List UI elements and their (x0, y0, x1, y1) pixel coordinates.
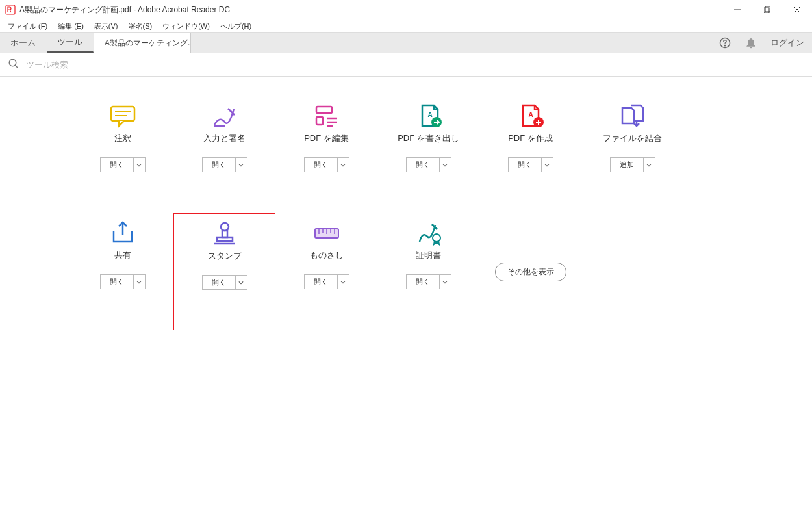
tool-label: スタンプ (208, 250, 242, 263)
tool-combine-dropdown[interactable] (644, 157, 655, 172)
svg-line-9 (15, 65, 18, 68)
svg-point-25 (221, 223, 229, 231)
cert-icon (413, 220, 444, 246)
tool-create-open-button[interactable]: 開く (508, 157, 542, 172)
tool-editpdf-open-button[interactable]: 開く (304, 157, 338, 172)
tool-label: PDF を書き出し (398, 133, 459, 146)
measure-icon (311, 220, 342, 246)
comment-icon (107, 103, 138, 129)
svg-rect-2 (764, 8, 769, 13)
tool-label: ものさし (310, 250, 344, 263)
menu-file[interactable]: ファイル (F) (3, 21, 53, 31)
tool-cert-dropdown[interactable] (440, 274, 451, 289)
maximize-button[interactable] (752, 0, 782, 20)
tool-export-dropdown[interactable] (440, 157, 451, 172)
tool-export-open-button[interactable]: 開く (406, 157, 440, 172)
tools-panel: 注釈開く入力と署名開くPDF を編集開くAPDF を書き出し開くAPDF を作成… (0, 77, 812, 350)
combine-icon (617, 103, 648, 129)
search-bar (0, 53, 812, 77)
tool-label: 注釈 (114, 133, 131, 146)
tool-share-open-button[interactable]: 開く (100, 274, 134, 289)
tool-stamp[interactable]: スタンプ開く (173, 213, 275, 330)
help-icon[interactable] (718, 36, 731, 49)
svg-rect-14 (316, 107, 332, 113)
svg-point-7 (724, 46, 725, 46)
tab-bar: ホーム ツール A製品のマーケティング... ログイン (0, 32, 812, 53)
minimize-button[interactable] (722, 0, 752, 20)
tool-label: 入力と署名 (203, 133, 246, 146)
tool-comment-open-button[interactable]: 開く (100, 157, 134, 172)
search-icon (8, 58, 26, 72)
bell-icon[interactable] (744, 36, 757, 49)
editpdf-icon (311, 103, 342, 129)
window-title: A製品のマーケティング計画.pdf - Adobe Acrobat Reader… (19, 5, 230, 16)
svg-rect-26 (222, 231, 227, 237)
svg-point-8 (9, 59, 16, 66)
stamp-icon (209, 220, 240, 246)
tool-editpdf[interactable]: PDF を編集開く (275, 96, 377, 213)
svg-rect-10 (111, 107, 134, 121)
fillsign-icon (209, 103, 240, 129)
tool-stamp-dropdown[interactable] (236, 275, 247, 290)
search-input[interactable] (26, 60, 221, 70)
title-bar: A製品のマーケティング計画.pdf - Adobe Acrobat Reader… (0, 0, 812, 20)
tool-label: 共有 (114, 250, 131, 263)
close-button[interactable] (782, 0, 812, 20)
tool-label: PDF を作成 (508, 133, 553, 146)
tool-cert-open-button[interactable]: 開く (406, 274, 440, 289)
login-link[interactable]: ログイン (770, 37, 804, 49)
svg-rect-3 (765, 6, 770, 12)
svg-text:A: A (528, 111, 533, 118)
tool-measure[interactable]: ものさし開く (275, 213, 377, 330)
tool-measure-dropdown[interactable] (338, 274, 349, 289)
tool-share-dropdown[interactable] (134, 274, 146, 289)
tool-create[interactable]: APDF を作成開く (479, 96, 581, 213)
svg-rect-27 (217, 237, 233, 241)
menu-sign[interactable]: 署名(S) (123, 21, 158, 31)
svg-rect-15 (316, 117, 323, 125)
menu-window[interactable]: ウィンドウ(W) (157, 21, 215, 31)
app-icon (5, 5, 16, 15)
tab-document[interactable]: A製品のマーケティング... (94, 33, 191, 53)
tool-comment[interactable]: 注釈開く (71, 96, 173, 213)
tool-cert[interactable]: 証明書開く (377, 213, 479, 330)
menu-edit[interactable]: 編集 (E) (53, 21, 89, 31)
svg-text:A: A (427, 111, 432, 118)
tool-share[interactable]: 共有開く (71, 213, 173, 330)
tool-measure-open-button[interactable]: 開く (304, 274, 338, 289)
menu-bar: ファイル (F) 編集 (E) 表示(V) 署名(S) ウィンドウ(W) ヘルプ… (0, 20, 812, 32)
show-more-button[interactable]: その他を表示 (495, 263, 566, 281)
menu-view[interactable]: 表示(V) (89, 21, 123, 31)
tool-editpdf-dropdown[interactable] (338, 157, 349, 172)
svg-point-35 (433, 234, 440, 242)
tool-label: ファイルを結合 (603, 133, 662, 146)
menu-help[interactable]: ヘルプ(H) (215, 21, 257, 31)
tool-label: 証明書 (416, 250, 441, 263)
tool-comment-dropdown[interactable] (134, 157, 146, 172)
tool-combine[interactable]: ファイルを結合追加 (581, 96, 683, 213)
share-icon (107, 220, 138, 246)
tab-home[interactable]: ホーム (0, 33, 47, 53)
tool-combine-open-button[interactable]: 追加 (610, 157, 644, 172)
export-icon: A (413, 103, 444, 129)
tool-export[interactable]: APDF を書き出し開く (377, 96, 479, 213)
tool-stamp-open-button[interactable]: 開く (202, 275, 236, 290)
tool-fillsign-dropdown[interactable] (236, 157, 247, 172)
create-icon: A (515, 103, 546, 129)
tool-create-dropdown[interactable] (542, 157, 553, 172)
tool-fillsign[interactable]: 入力と署名開く (173, 96, 275, 213)
tool-label: PDF を編集 (304, 133, 349, 146)
tab-tools[interactable]: ツール (47, 33, 94, 53)
tool-fillsign-open-button[interactable]: 開く (202, 157, 236, 172)
